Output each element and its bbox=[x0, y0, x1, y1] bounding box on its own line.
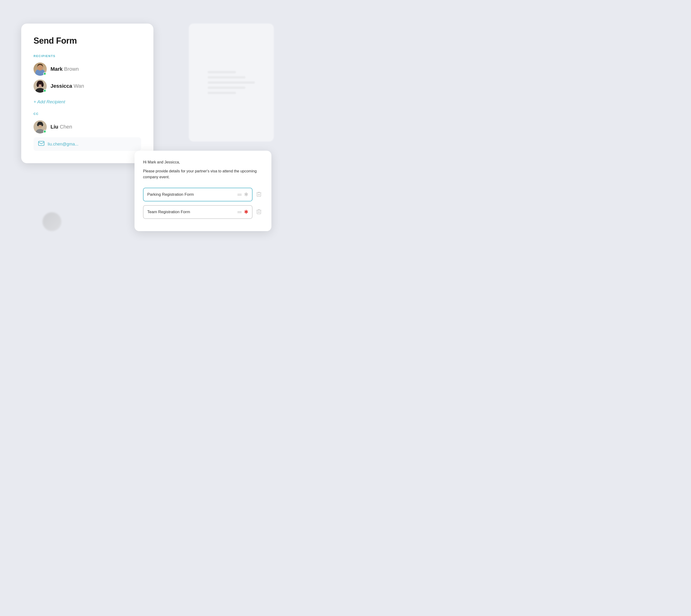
delete-form-team[interactable] bbox=[255, 207, 263, 217]
cc-label: CC bbox=[34, 112, 141, 115]
message-card: Hi Mark and Jessicca, Please provide det… bbox=[134, 151, 271, 231]
form-item-2: Team Registration Form ✱ bbox=[143, 205, 263, 219]
recipients-section: RECIPIENTS bbox=[34, 54, 141, 105]
email-row[interactable]: liu.chen@gma... bbox=[34, 137, 141, 151]
cc-section: CC bbox=[34, 112, 141, 151]
message-greeting: Hi Mark and Jessicca, bbox=[143, 159, 263, 165]
email-address: liu.chen@gma... bbox=[48, 142, 78, 147]
svg-point-4 bbox=[41, 65, 43, 68]
card-title: Send Form bbox=[34, 36, 141, 46]
required-icon-parking: ✱ bbox=[244, 192, 248, 198]
send-form-card: Send Form RECIPIENTS bbox=[21, 24, 153, 163]
recipients-label: RECIPIENTS bbox=[34, 54, 141, 58]
svg-point-1 bbox=[37, 65, 43, 70]
svg-point-3 bbox=[37, 65, 39, 68]
recipient-name-jessicca: Jessicca Wan bbox=[50, 83, 84, 89]
required-icon-team: ✱ bbox=[244, 209, 248, 215]
form-input-team[interactable]: Team Registration Form ✱ bbox=[143, 205, 252, 219]
form-input-parking[interactable]: Parking Registration Form ✱ bbox=[143, 188, 252, 201]
message-text: Hi Mark and Jessicca, Please provide det… bbox=[143, 159, 263, 180]
trash-svg-parking bbox=[256, 191, 261, 197]
email-icon bbox=[38, 141, 44, 147]
recipient-mark: Mark Brown bbox=[34, 63, 141, 76]
add-recipient-button[interactable]: + Add Recipient bbox=[34, 98, 65, 105]
recipient-jessicca: Jessicca Wan bbox=[34, 80, 141, 93]
online-dot-liu bbox=[43, 130, 46, 133]
svg-point-8 bbox=[37, 82, 39, 87]
form-label-parking: Parking Registration Form bbox=[147, 192, 235, 197]
online-dot-jessicca bbox=[43, 89, 46, 92]
avatar-wrap-mark bbox=[34, 63, 47, 76]
avatar-wrap-liu bbox=[34, 120, 47, 133]
avatar-wrap-jessicca bbox=[34, 80, 47, 93]
recipient-name-liu: Liu Chen bbox=[50, 124, 72, 130]
svg-rect-15 bbox=[39, 141, 44, 146]
trash-svg-team bbox=[256, 209, 261, 214]
form-item-1: Parking Registration Form ✱ bbox=[143, 188, 263, 201]
delete-form-parking[interactable] bbox=[255, 190, 263, 199]
recipient-name-mark: Mark Brown bbox=[50, 66, 79, 72]
bottom-avatar-blur bbox=[42, 212, 61, 231]
message-body: Please provide details for your partner'… bbox=[143, 168, 263, 180]
svg-point-2 bbox=[38, 64, 43, 67]
drag-handle-team bbox=[237, 211, 242, 213]
recipient-liu: Liu Chen bbox=[34, 120, 141, 133]
online-dot-mark bbox=[43, 72, 46, 75]
email-envelope-icon bbox=[38, 141, 44, 146]
svg-point-9 bbox=[41, 82, 44, 87]
background-card bbox=[189, 24, 274, 141]
form-label-team: Team Registration Form bbox=[147, 210, 235, 214]
svg-point-14 bbox=[41, 123, 43, 126]
svg-point-13 bbox=[37, 123, 39, 126]
drag-handle-parking bbox=[237, 194, 242, 196]
